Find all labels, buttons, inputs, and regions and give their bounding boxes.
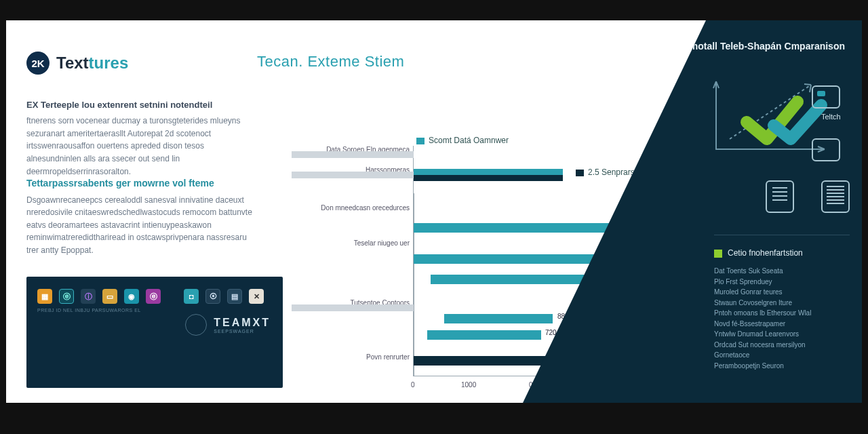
sponsor-icon: ▦ bbox=[37, 289, 52, 304]
brand-logo: 2K Texttures bbox=[26, 52, 128, 75]
document-icon bbox=[766, 180, 794, 213]
right-list-item: Yntwlw Dnumad Learenvors bbox=[714, 329, 850, 340]
right-list-item: Novd fé-Bssestrapamer bbox=[714, 319, 850, 330]
bar-value: 720 bbox=[545, 329, 557, 336]
legend-label-1: Scomt Datá Oamnwer bbox=[429, 136, 509, 145]
bar-bg bbox=[292, 304, 414, 311]
sponsor-icon: ⓔ bbox=[146, 289, 161, 304]
paragraph-1-lead: EX Terteeple lou extenrent setnini noten… bbox=[26, 98, 250, 112]
sponsor-icon: ⓘ bbox=[81, 289, 96, 304]
bar-teal bbox=[414, 169, 563, 175]
inner-axis bbox=[414, 193, 414, 376]
sponsor-icon: ✕ bbox=[249, 289, 264, 304]
sponsor-icon: ⓔ bbox=[59, 289, 74, 304]
bar-bg bbox=[292, 151, 414, 158]
right-separator bbox=[714, 235, 850, 235]
right-list-head: Cetio fnohenfartstion bbox=[714, 248, 850, 258]
teamx-brand: TEAMXT SEEPSWAGER bbox=[185, 314, 271, 336]
right-list-head-label: Cetio fnohenfartstion bbox=[728, 248, 803, 258]
paragraph-1: EX Terteeple lou extenrent setnini noten… bbox=[26, 98, 250, 178]
bar-teal bbox=[427, 330, 541, 340]
right-list-item: Pntoh omoans lb Ethersour Wlal bbox=[714, 308, 850, 319]
sponsor-icon-row: ▦ ⓔ ⓘ ▭ ◉ ⓔ ◘ ⦿ ▤ ✕ bbox=[37, 289, 272, 304]
right-icon-stack: Teltch bbox=[812, 85, 850, 172]
page-heading: Tecan. Exteme Stiem bbox=[257, 53, 404, 71]
paragraph-1-body: ftnerens sorn vocenear ducmay a turonsgt… bbox=[26, 116, 241, 176]
right-list: Dat Toents Suk Sseata Plo Frst Sprenduey… bbox=[714, 266, 850, 371]
slide-panel: 2K Texttures Tecan. Exteme Stiem EX Tert… bbox=[6, 20, 862, 403]
paragraph-2: Tettarpassrsabents ger mowrne vol fteme … bbox=[26, 176, 257, 257]
logo-badge: 2K bbox=[26, 52, 50, 75]
x-tick: 0 bbox=[411, 381, 415, 389]
teamx-name: TEAMXT bbox=[214, 317, 271, 329]
logo-text-a: Text bbox=[56, 54, 89, 72]
sponsor-mini-text: PREBJ ID NEL INBJU PARSUWARORS EL bbox=[37, 308, 272, 313]
list-icon bbox=[821, 180, 850, 213]
right-list-item: Ordcad Sut nocesra mersilyon bbox=[714, 340, 850, 351]
chart-legend-1: Scomt Datá Oamnwer bbox=[416, 136, 509, 145]
logo-text-b: tures bbox=[89, 54, 129, 72]
right-list-item: Muroled Gonrar teures bbox=[714, 287, 850, 298]
sponsor-icon: ▤ bbox=[227, 289, 242, 304]
card-icon bbox=[812, 85, 840, 108]
y-category: Povn renrurter bbox=[288, 353, 410, 361]
card-icon-label: Teltch bbox=[821, 113, 850, 121]
paragraph-2-body: Dsgoawnrecaneepcs cerealoddl sanesval in… bbox=[26, 195, 252, 255]
right-list-item: Plo Frst Sprenduey bbox=[714, 277, 850, 288]
sponsor-card: ▦ ⓔ ⓘ ▭ ◉ ⓔ ◘ ⦿ ▤ ✕ PREBJ ID NEL INBJU P… bbox=[26, 277, 283, 388]
bar-teal bbox=[431, 275, 593, 284]
green-swatch-icon bbox=[714, 250, 722, 258]
right-list-item: Gornetaoce bbox=[714, 350, 850, 361]
globe-icon bbox=[185, 314, 207, 336]
right-list-item: Stwaun Covoselgren Iture bbox=[714, 298, 850, 309]
right-title: High-Demeteuer motall Teleb-Shapán Cmpar… bbox=[601, 41, 845, 52]
sponsor-icon: ⦿ bbox=[205, 289, 220, 304]
bar-teal bbox=[444, 314, 553, 323]
legend-swatch-teal bbox=[416, 138, 425, 144]
paragraph-2-lead: Tettarpassrsabents ger mowrne vol fteme bbox=[26, 176, 257, 191]
sponsor-icon: ▭ bbox=[102, 289, 117, 304]
x-tick: 1000 bbox=[461, 381, 476, 389]
right-list-item: Dat Toents Suk Sseata bbox=[714, 266, 850, 277]
logo-text: Texttures bbox=[56, 54, 128, 73]
right-list-item: Peramboopetjn Seuron bbox=[714, 361, 850, 372]
teamx-sub: SEEPSWAGER bbox=[214, 329, 271, 334]
y-category: Teselar niugeo uer bbox=[288, 239, 410, 247]
sponsor-icon: ◘ bbox=[184, 289, 199, 304]
y-category: Don mneedcasn orecedurces bbox=[288, 204, 410, 212]
wallet-icon bbox=[812, 138, 840, 161]
sponsor-icon: ◉ bbox=[124, 289, 139, 304]
bar-bg bbox=[292, 172, 414, 178]
